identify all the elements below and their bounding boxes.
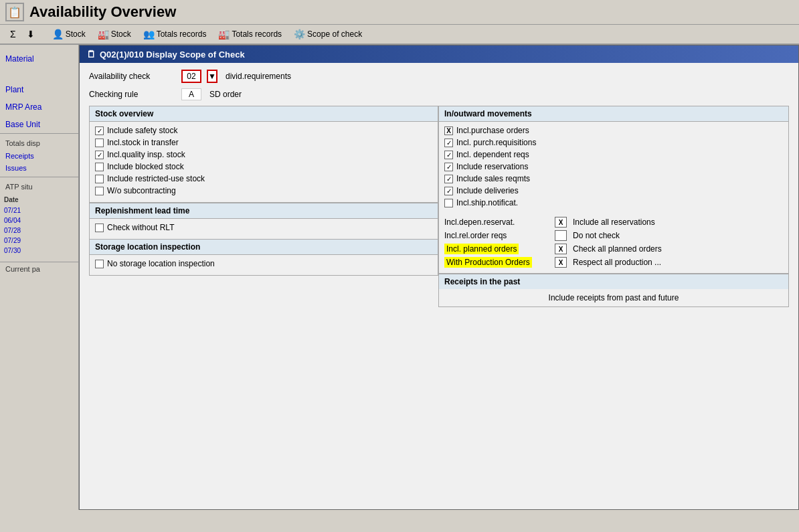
totals-label-1: Totals records xyxy=(157,29,207,39)
toolbar: Σ ⬇ 👤 Stock 🏭 Stock 👥 Totals records 🏭 T… xyxy=(0,25,799,45)
checkbox[interactable] xyxy=(95,163,104,171)
check-label: Incl.quality insp. stock xyxy=(107,150,185,159)
depen-row: Incl. planned ordersXCheck all planned o… xyxy=(444,244,783,254)
depen-text: Respect all production ... xyxy=(573,258,661,267)
factory-icon-1: 🏭 xyxy=(98,29,109,39)
atp-section: ATP situ Date 07/2106/0407/2807/2907/30 xyxy=(0,177,78,259)
plant-label[interactable]: Plant xyxy=(0,81,78,98)
check-label: Incl. purch.requisitions xyxy=(456,138,536,147)
app-title: Availability Overview xyxy=(29,3,176,21)
check-label: Incl. dependent reqs xyxy=(456,150,529,159)
check-label: Include blocked stock xyxy=(107,162,184,171)
factory-icon-2: 🏭 xyxy=(218,29,230,39)
left-panel: Material Plant MRP Area Base Unit Totals… xyxy=(0,45,79,510)
checking-rule-value[interactable]: A xyxy=(181,88,201,100)
material-label[interactable]: Material xyxy=(0,50,78,68)
receipts-item[interactable]: Receipts xyxy=(0,150,78,162)
toolbar-btn-1[interactable]: Σ xyxy=(5,27,21,41)
stock-label-1: Stock xyxy=(66,29,86,39)
depen-row: Incl.rel.order reqsDo not check xyxy=(444,230,783,241)
person-icon-1: 👤 xyxy=(52,29,64,39)
base-unit-label[interactable]: Base Unit xyxy=(0,116,78,133)
issues-item[interactable]: Issues xyxy=(0,162,78,174)
checkbox[interactable] xyxy=(444,175,453,183)
checkbox[interactable] xyxy=(95,151,104,159)
checkbox[interactable] xyxy=(95,139,104,147)
left-col: Stock overview Include safety stockIncl.… xyxy=(89,106,439,307)
avail-check-text: divid.requirements xyxy=(226,72,291,81)
stock-check-row: Incl.quality insp. stock xyxy=(95,150,432,159)
check-label: No storage location inspection xyxy=(107,259,215,268)
dialog-icon: 🗒 xyxy=(86,49,96,60)
check-label: Include deliveries xyxy=(456,186,519,195)
depen-label: Incl.depen.reservat. xyxy=(444,217,551,227)
checkbox[interactable] xyxy=(95,260,104,268)
app-icon: 📋 xyxy=(5,3,24,21)
checking-rule-row: Checking rule A SD order xyxy=(89,88,789,100)
scope-btn[interactable]: ⚙️ Scope of check xyxy=(289,27,367,41)
checkbox[interactable] xyxy=(95,126,104,135)
avail-check-value[interactable]: 02 xyxy=(181,70,201,83)
checkbox[interactable] xyxy=(444,187,453,195)
check-label: Include sales reqmts xyxy=(456,174,530,183)
dialog-body: Availability check 02 ▼ divid.requiremen… xyxy=(80,63,798,314)
totals-disp-title: Totals disp xyxy=(0,137,78,150)
inout-check-row: Incl. purch.requisitions xyxy=(444,138,783,147)
depen-text: Do not check xyxy=(573,231,620,240)
scope-label: Scope of check xyxy=(307,29,362,39)
checkbox[interactable] xyxy=(444,199,453,207)
check-label: Incl.purchase orders xyxy=(456,126,529,135)
checkbox[interactable] xyxy=(95,224,104,232)
availability-check-row: Availability check 02 ▼ divid.requiremen… xyxy=(89,70,789,83)
sigma-icon: Σ xyxy=(10,29,16,39)
avail-check-btn[interactable]: ▼ xyxy=(207,70,217,83)
rlt-header: Replenishment lead time xyxy=(90,203,438,219)
toolbar-btn-2[interactable]: ⬇ xyxy=(22,27,39,41)
dialog-overlay: 🗒 Q02(1)/010 Display Scope of Check Avai… xyxy=(79,45,799,510)
main-area: Material Plant MRP Area Base Unit Totals… xyxy=(0,45,799,510)
atp-date-cell[interactable]: 07/28 xyxy=(1,226,77,235)
dialog-title: Q02(1)/010 Display Scope of Check xyxy=(100,50,245,60)
inout-header: In/outward movements xyxy=(439,106,788,122)
right-col: In/outward movements Incl.purchase order… xyxy=(439,106,789,307)
receipts-header: Receipts in the past xyxy=(439,274,788,289)
atp-date-cell[interactable]: 06/04 xyxy=(1,216,77,225)
mrp-label[interactable]: MRP Area xyxy=(0,98,78,116)
depen-row: With Production OrdersXRespect all produ… xyxy=(444,257,783,268)
avail-check-label: Availability check xyxy=(89,72,176,81)
atp-table: Date 07/2106/0407/2807/2907/30 xyxy=(0,193,78,256)
checking-rule-label: Checking rule xyxy=(89,90,176,99)
stock-btn-2[interactable]: 🏭 Stock xyxy=(93,27,136,41)
atp-date-cell[interactable]: 07/29 xyxy=(1,236,77,245)
gear-icon: ⚙️ xyxy=(294,29,305,39)
inout-check-row: Include sales reqmts xyxy=(444,174,783,183)
check-label: W/o subcontracting xyxy=(107,186,176,195)
inout-content: Incl.purchase ordersIncl. purch.requisit… xyxy=(439,122,788,214)
stock-btn-1[interactable]: 👤 Stock xyxy=(48,27,90,41)
atp-date-cell[interactable]: 07/30 xyxy=(1,246,77,255)
atp-date-cell[interactable]: 07/21 xyxy=(1,206,77,215)
inout-check-row: Incl.purchase orders xyxy=(444,126,783,135)
depen-text: Check all planned orders xyxy=(573,244,662,254)
checkbox[interactable] xyxy=(444,163,453,171)
checkbox[interactable] xyxy=(95,187,104,195)
totals-btn-1[interactable]: 👥 Totals records xyxy=(139,27,211,41)
depen-label: With Production Orders xyxy=(444,258,551,267)
checkbox[interactable] xyxy=(444,139,453,147)
depen-value: X xyxy=(555,244,567,254)
depen-value: X xyxy=(555,217,567,228)
checkbox[interactable] xyxy=(95,175,104,183)
inout-section: In/outward movements Incl.purchase order… xyxy=(439,106,789,274)
storage-header: Storage location inspection xyxy=(90,240,438,255)
checkbox[interactable] xyxy=(444,151,453,159)
receipts-section: Receipts in the past Include receipts fr… xyxy=(439,274,789,307)
checkbox[interactable] xyxy=(444,126,453,135)
stock-check-row: Include blocked stock xyxy=(95,162,432,171)
depen-text: Include all reservations xyxy=(573,217,655,227)
check-label: Include restricted-use stock xyxy=(107,174,205,183)
storage-check-row: No storage location inspection xyxy=(95,259,432,268)
totals-btn-2[interactable]: 🏭 Totals records xyxy=(213,27,286,41)
dialog: 🗒 Q02(1)/010 Display Scope of Check Avai… xyxy=(79,45,799,510)
stock-header: Stock overview xyxy=(90,106,438,122)
depen-content: Incl.depen.reservat.XInclude all reserva… xyxy=(439,214,788,273)
